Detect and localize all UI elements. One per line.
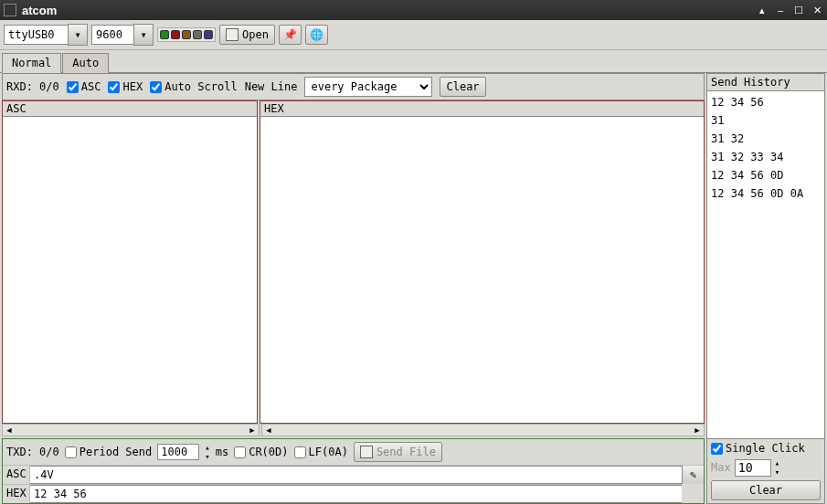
scroll-left-icon[interactable]: ◀ [263,425,274,436]
pin-button[interactable]: 📌 [279,25,302,45]
tx-asc-input[interactable] [30,466,682,484]
color-swatch[interactable] [182,30,191,39]
tx-bar: TXD: 0/0 Period Send ▴▾ ms CR(0D) LF(0A) [3,439,704,465]
tx-hex-row: HEX [3,484,682,503]
hex-checkbox[interactable]: HEX [108,80,143,93]
tx-asc-label: ASC [3,466,30,484]
rx-bar: RXD: 0/0 ASC HEX Auto Scroll New Line ev… [2,73,705,100]
tab-normal[interactable]: Normal [2,53,61,73]
history-item[interactable]: 12 34 56 0D [711,166,821,184]
globe-button[interactable]: 🌐 [305,25,328,45]
tx-hex-label: HEX [3,485,30,503]
max-input[interactable] [735,459,771,477]
file-icon [360,446,373,458]
single-click-checkbox-input[interactable] [711,443,723,455]
single-click-checkbox[interactable]: Single Click [711,442,821,455]
globe-icon: 🌐 [310,28,323,41]
max-stepper[interactable]: ▴▾ [775,458,779,477]
asc-body[interactable] [3,117,257,423]
asc-scrollbar[interactable]: ◀ ▶ [2,424,260,436]
hex-checkbox-input[interactable] [108,81,120,93]
asc-checkbox[interactable]: ASC [67,80,101,93]
rx-clear-button[interactable]: Clear [440,77,485,97]
minimize-button[interactable]: – [774,4,787,16]
rollup-button[interactable]: ▴ [756,4,769,16]
toolbar: ▾ ▾ Open 📌 🌐 [0,20,827,50]
period-unit: ms [216,446,228,458]
baud-combo[interactable]: ▾ [91,24,154,46]
scroll-right-icon[interactable]: ▶ [692,425,703,436]
open-label: Open [242,28,269,41]
newline-label: New Line [245,80,298,93]
history-header: Send History [706,73,825,91]
history-item[interactable]: 12 34 56 0D 0A [711,184,821,203]
lf-checkbox[interactable]: LF(0A) [294,446,348,458]
port-input[interactable] [4,25,68,45]
asc-pane: ASC [2,100,258,424]
max-label: Max [711,461,731,474]
window-title: atcom [22,4,750,17]
period-input[interactable] [157,444,199,460]
period-stepper[interactable]: ▴▾ [205,443,209,461]
app-icon [4,4,16,16]
asc-checkbox-input[interactable] [67,81,79,93]
rxd-label: RXD: 0/0 [6,80,59,93]
port-combo[interactable]: ▾ [4,24,88,46]
tx-hex-input[interactable] [30,485,682,503]
color-swatch[interactable] [204,30,213,39]
autoscroll-checkbox-input[interactable] [150,81,162,93]
history-item[interactable]: 31 [711,111,821,130]
baud-dropdown[interactable]: ▾ [133,24,154,46]
autoscroll-checkbox[interactable]: Auto Scroll [150,80,237,93]
baud-input[interactable] [91,25,133,45]
port-dropdown[interactable]: ▾ [68,24,88,46]
tx-asc-row: ASC ✎ [3,465,704,484]
hex-scrollbar[interactable]: ◀ ▶ [261,424,705,436]
color-palette [157,27,216,42]
newline-select[interactable]: every Package [304,77,432,97]
tab-row: Normal Auto [0,50,827,73]
history-clear-button[interactable]: Clear [711,480,821,500]
tx-send-button[interactable]: ✎ [682,466,704,484]
color-swatch[interactable] [171,30,180,39]
open-icon [226,28,239,41]
lf-checkbox-input[interactable] [294,446,306,458]
period-checkbox[interactable]: Period Send [65,446,152,458]
color-swatch[interactable] [160,30,169,39]
open-button[interactable]: Open [219,25,275,45]
scroll-right-icon[interactable]: ▶ [247,425,258,436]
period-checkbox-input[interactable] [65,446,77,458]
tab-auto[interactable]: Auto [62,53,109,73]
send-file-button[interactable]: Send File [354,442,442,462]
history-item[interactable]: 31 32 [711,130,821,148]
asc-header: ASC [3,101,257,117]
color-swatch[interactable] [193,30,202,39]
scroll-left-icon[interactable]: ◀ [4,425,15,436]
titlebar: atcom ▴ – ☐ ✕ [0,0,827,20]
history-list: 12 34 56 31 31 32 31 32 33 34 12 34 56 0… [706,91,825,439]
cr-checkbox-input[interactable] [234,446,246,458]
send-icon: ✎ [690,468,696,481]
history-controls: Single Click Max ▴▾ Clear [706,439,825,504]
tx-area: TXD: 0/0 Period Send ▴▾ ms CR(0D) LF(0A) [2,438,705,504]
txd-label: TXD: 0/0 [6,446,59,458]
cr-checkbox[interactable]: CR(0D) [234,446,288,458]
maximize-button[interactable]: ☐ [792,4,805,16]
history-item[interactable]: 12 34 56 [711,93,821,111]
pin-icon: 📌 [283,28,297,41]
hex-pane: HEX [260,100,705,424]
hex-header: HEX [260,101,704,117]
close-button[interactable]: ✕ [811,4,823,16]
hex-body[interactable] [260,117,704,423]
history-item[interactable]: 31 32 33 34 [711,148,821,166]
